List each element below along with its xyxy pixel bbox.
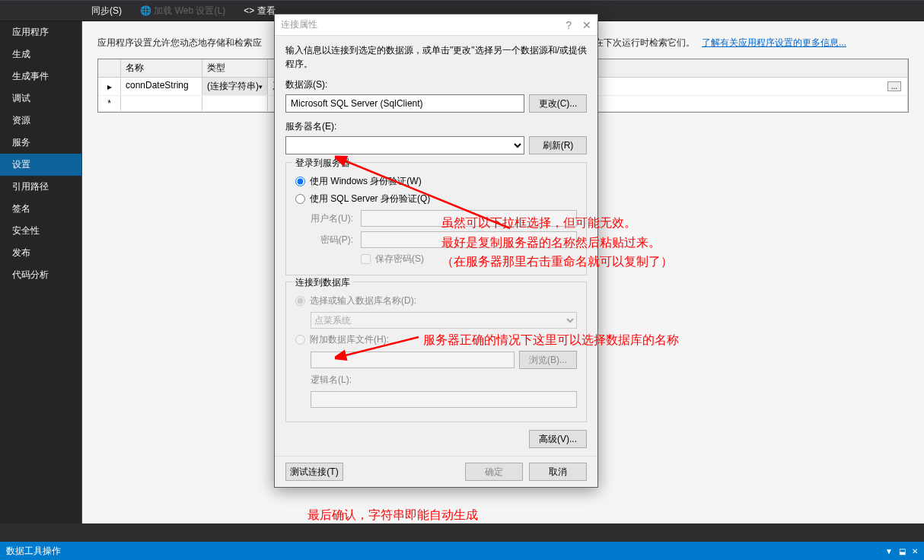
pass-input — [361, 231, 577, 248]
logical-input — [311, 391, 577, 408]
radio-sql-auth[interactable]: 使用 SQL Server 身份验证(Q) — [295, 192, 577, 205]
sidebar-item-refpath[interactable]: 引用路径 — [0, 176, 81, 198]
sidebar-item-build[interactable]: 生成 — [0, 43, 81, 65]
grid-corner — [98, 59, 121, 77]
ok-button: 确定 — [465, 463, 523, 481]
status-label: 数据工具操作 — [6, 545, 61, 558]
help-icon[interactable]: ? — [566, 19, 572, 31]
test-connection-button[interactable]: 测试连接(T) — [285, 463, 343, 481]
pin-icon[interactable]: ⬓ — [899, 547, 906, 555]
server-select[interactable] — [285, 136, 524, 154]
login-fieldset: 登录到服务器 使用 Windows 身份验证(W) 使用 SQL Server … — [285, 162, 587, 275]
ellipsis-button[interactable]: ... — [887, 81, 901, 91]
advanced-button[interactable]: 高级(V)... — [529, 430, 587, 448]
user-label: 用户名(U): — [295, 212, 353, 225]
radio-sql-auth-input[interactable] — [295, 194, 305, 204]
radio-win-auth-input[interactable] — [295, 177, 305, 186]
sidebar-item-settings[interactable]: 设置 — [0, 154, 81, 176]
globe-icon: 🌐 — [140, 5, 151, 16]
pass-label: 密码(P): — [295, 234, 353, 247]
cell-name[interactable]: connDateString — [121, 78, 202, 95]
dialog-title: 连接属性 — [281, 18, 317, 31]
refresh-button[interactable]: 刷新(R) — [529, 136, 587, 154]
row-indicator: ▸ — [98, 78, 121, 95]
status-bar: 数据工具操作 ▼ ⬓ ✕ — [0, 542, 924, 560]
grid-header-type: 类型 — [202, 59, 268, 77]
radio-win-auth[interactable]: 使用 Windows 身份验证(W) — [295, 175, 577, 188]
db-select: 点菜系统 — [311, 312, 577, 329]
sidebar-item-security[interactable]: 安全性 — [0, 220, 81, 242]
code-icon: <> — [244, 5, 254, 16]
savepass-label: 保存密码(S) — [375, 253, 424, 266]
attach-file-input — [311, 352, 515, 368]
dropdown-icon[interactable]: ▼ — [885, 547, 893, 555]
sidebar-item-codeanalysis[interactable]: 代码分析 — [0, 264, 81, 286]
learn-more-link[interactable]: 了解有关应用程序设置的更多信息... — [702, 37, 846, 48]
db-legend: 连接到数据库 — [292, 276, 353, 289]
sidebar-item-publish[interactable]: 发布 — [0, 242, 81, 264]
datasource-label: 数据源(S): — [285, 78, 587, 91]
db-fieldset: 连接到数据库 选择或输入数据库名称(D): 点菜系统 附加数据库文件(H): 浏… — [285, 282, 587, 422]
sidebar-item-services[interactable]: 服务 — [0, 132, 81, 154]
menu-sync[interactable]: 同步(S) — [82, 2, 131, 21]
browse-button: 浏览(B)... — [519, 351, 577, 369]
savepass-checkbox — [361, 254, 371, 264]
chevron-down-icon: ▾ — [259, 83, 263, 91]
cell-type[interactable]: (连接字符串)▾ — [202, 78, 268, 95]
sidebar: 应用程序 生成 生成事件 调试 资源 服务 设置 引用路径 签名 安全性 发布 … — [0, 21, 82, 523]
dialog-intro: 输入信息以连接到选定的数据源，或单击"更改"选择另一个数据源和/或提供程序。 — [285, 43, 587, 71]
user-input — [361, 210, 577, 227]
login-legend: 登录到服务器 — [292, 157, 353, 170]
close-icon[interactable]: ✕ — [582, 19, 591, 31]
new-row-indicator: * — [98, 96, 121, 111]
menu-load-web: 🌐 加载 Web 设置(L) — [131, 2, 234, 21]
server-label: 服务器名(E): — [285, 120, 587, 133]
radio-attach-file[interactable]: 附加数据库文件(H): — [295, 333, 577, 346]
change-button[interactable]: 更改(C)... — [529, 94, 587, 113]
sidebar-item-app[interactable]: 应用程序 — [0, 21, 81, 43]
cancel-button[interactable]: 取消 — [529, 463, 587, 481]
sidebar-item-sign[interactable]: 签名 — [0, 198, 81, 220]
sidebar-item-buildevents[interactable]: 生成事件 — [0, 65, 81, 88]
connection-properties-dialog: 连接属性 ? ✕ 输入信息以连接到选定的数据源，或单击"更改"选择另一个数据源和… — [274, 14, 598, 488]
radio-select-db[interactable]: 选择或输入数据库名称(D): — [295, 294, 577, 307]
radio-select-db-input — [295, 296, 305, 306]
grid-header-name: 名称 — [121, 59, 202, 77]
radio-attach-file-input — [295, 335, 305, 345]
close-panel-icon[interactable]: ✕ — [912, 547, 918, 555]
sidebar-item-resources[interactable]: 资源 — [0, 110, 81, 132]
datasource-input — [285, 94, 524, 113]
dialog-titlebar[interactable]: 连接属性 ? ✕ — [275, 14, 597, 36]
logical-label: 逻辑名(L): — [311, 374, 352, 387]
sidebar-item-debug[interactable]: 调试 — [0, 88, 81, 110]
